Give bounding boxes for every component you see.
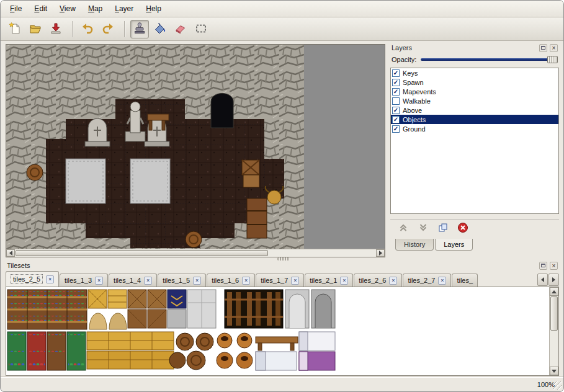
new-file-button[interactable]	[6, 20, 24, 38]
layer-checkbox[interactable]: ✓	[392, 79, 400, 86]
left-arrow-icon	[541, 277, 544, 282]
stamp-tool-button[interactable]	[130, 20, 149, 38]
tilesets-panel: Tilesets × tiles_2_5 × tiles_1_3 × tiles…	[6, 261, 559, 375]
tileset-tab[interactable]: tiles_	[452, 274, 478, 287]
open-button[interactable]	[26, 20, 45, 38]
layer-row[interactable]: ✓ Ground	[391, 124, 558, 133]
redo-button[interactable]	[99, 20, 117, 38]
chevron-up-icon	[398, 222, 409, 235]
scroll-right-button[interactable]	[376, 249, 385, 257]
eraser-icon	[174, 22, 187, 37]
duplicate-layer-button[interactable]	[436, 222, 450, 236]
raise-layer-button[interactable]	[396, 222, 410, 236]
tab-scroll-left-button[interactable]	[537, 274, 548, 286]
layer-row-selected[interactable]: ✓ Objects	[391, 115, 558, 124]
opacity-slider[interactable]	[421, 55, 558, 64]
layer-row[interactable]: ✓ Spawn	[391, 78, 558, 87]
slider-track	[421, 58, 557, 61]
tileset-content	[6, 287, 559, 376]
tileset-tab[interactable]: tiles_2_7 ×	[403, 274, 451, 287]
copy-icon	[437, 222, 449, 235]
tileset-tab[interactable]: tiles_2_6 ×	[354, 274, 402, 287]
close-tab-icon[interactable]: ×	[291, 277, 299, 285]
layer-label: Ground	[403, 125, 426, 133]
tileset-tab[interactable]: tiles_1_7 ×	[256, 274, 304, 287]
delete-layer-button[interactable]	[456, 222, 470, 236]
tileset-canvas[interactable]	[6, 287, 549, 375]
close-tab-icon[interactable]: ×	[144, 277, 152, 285]
layer-row[interactable]: ✓ Keys	[391, 68, 558, 78]
menu-help[interactable]: Help	[140, 2, 167, 16]
float-panel-icon[interactable]	[539, 44, 547, 52]
layer-label: Walkable	[403, 97, 431, 105]
resize-grip[interactable]	[553, 381, 562, 390]
tileset-tab[interactable]: tiles_2_5 ×	[6, 271, 59, 287]
lower-layer-button[interactable]	[416, 222, 430, 236]
scroll-down-button[interactable]	[550, 367, 558, 375]
layer-checkbox[interactable]: ✓	[392, 116, 400, 123]
scroll-track[interactable]	[15, 249, 376, 257]
eraser-tool-button[interactable]	[171, 20, 190, 38]
menu-map[interactable]: Map	[83, 2, 108, 16]
menu-file[interactable]: File	[4, 2, 27, 16]
layer-checkbox[interactable]: ✓	[392, 107, 400, 114]
close-tab-icon[interactable]: ×	[438, 277, 446, 285]
tileset-vertical-scrollbar[interactable]	[549, 287, 558, 375]
close-panel-icon[interactable]: ×	[550, 262, 558, 270]
tileset-tab[interactable]: tiles_1_3 ×	[60, 274, 108, 287]
menu-layer[interactable]: Layer	[109, 2, 139, 16]
menu-view[interactable]: View	[54, 2, 81, 16]
scroll-up-button[interactable]	[550, 287, 558, 296]
scroll-left-button[interactable]	[6, 249, 15, 257]
tab-scroll-right-button[interactable]	[548, 274, 559, 286]
new-file-icon	[8, 22, 22, 37]
undo-button[interactable]	[78, 20, 97, 38]
close-tab-icon[interactable]: ×	[95, 277, 103, 285]
save-icon	[49, 22, 63, 37]
menubar: File Edit View Map Layer Help	[1, 1, 563, 17]
fill-tool-button[interactable]	[151, 20, 169, 38]
tileset-tab-label: tiles_2_7	[408, 277, 435, 284]
map-editor-window: File Edit View Map Layer Help	[0, 0, 564, 392]
layer-row[interactable]: ✓ Above	[391, 105, 558, 115]
tileset-tab[interactable]: tiles_1_6 ×	[207, 274, 255, 287]
layer-checkbox[interactable]: ✓	[392, 125, 400, 133]
layer-row[interactable]: Walkable	[391, 96, 558, 105]
menu-edit[interactable]: Edit	[29, 2, 53, 16]
tileset-tab-label: tiles_1_7	[261, 277, 288, 284]
tileset-tab[interactable]: tiles_1_4 ×	[109, 274, 157, 287]
tileset-tab[interactable]: tiles_2_1 ×	[305, 274, 353, 287]
tab-history[interactable]: History	[395, 239, 434, 251]
close-tab-icon[interactable]: ×	[340, 277, 348, 285]
scroll-thumb[interactable]	[16, 250, 268, 256]
scroll-thumb[interactable]	[550, 296, 558, 331]
layer-row[interactable]: ✓ Mapevents	[391, 87, 558, 96]
select-tool-button[interactable]	[192, 20, 210, 38]
right-arrow-icon	[552, 277, 555, 282]
layer-checkbox[interactable]	[392, 97, 400, 105]
delete-icon	[457, 222, 468, 235]
toolbar-separator	[72, 21, 73, 37]
layer-checkbox[interactable]: ✓	[392, 88, 400, 96]
tileset-tab[interactable]: tiles_1_5 ×	[158, 274, 206, 287]
close-panel-icon[interactable]: ×	[550, 44, 558, 52]
close-tab-icon[interactable]: ×	[193, 277, 201, 285]
up-arrow-icon	[552, 290, 557, 293]
tab-layers[interactable]: Layers	[435, 239, 473, 251]
redo-icon	[101, 22, 115, 37]
layers-panel-titlebar: Layers ×	[390, 43, 559, 53]
close-tab-icon[interactable]: ×	[389, 277, 397, 285]
close-tab-icon[interactable]: ×	[46, 275, 54, 283]
tileset-tab-label: tiles_1_4	[114, 277, 141, 284]
scroll-track[interactable]	[550, 296, 558, 367]
map-horizontal-scrollbar[interactable]	[6, 249, 385, 257]
map-canvas[interactable]	[6, 45, 385, 249]
close-tab-icon[interactable]: ×	[242, 277, 250, 285]
opacity-slider-handle[interactable]	[547, 56, 558, 63]
layer-checkbox[interactable]: ✓	[392, 69, 400, 77]
save-button[interactable]	[47, 20, 65, 38]
chevron-down-icon	[418, 222, 429, 235]
stamp-icon	[133, 22, 146, 37]
float-panel-icon[interactable]	[539, 262, 547, 270]
undo-icon	[81, 22, 94, 37]
